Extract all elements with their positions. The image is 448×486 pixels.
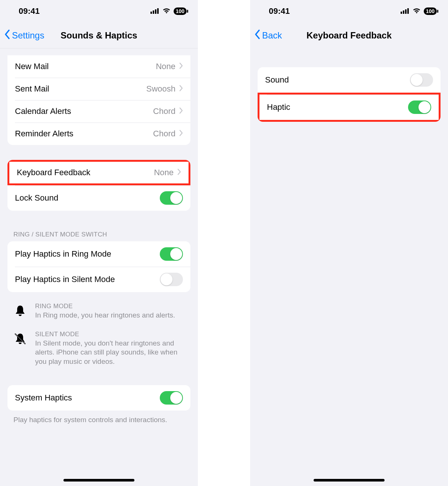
svg-rect-1: [153, 10, 154, 14]
svg-rect-3: [157, 8, 159, 14]
bell-slash-icon: [13, 331, 28, 347]
row-haptics-ring: Play Haptics in Ring Mode: [7, 241, 190, 267]
toggle-lock-sound[interactable]: [160, 191, 183, 205]
back-label: Settings: [12, 30, 44, 41]
row-value: Swoosh: [146, 84, 175, 94]
chevron-right-icon: [177, 168, 181, 177]
svg-rect-8: [405, 9, 407, 14]
svg-rect-6: [401, 12, 402, 14]
signal-icon: [150, 6, 159, 16]
wifi-icon: [413, 6, 421, 16]
wifi-icon: [162, 6, 171, 16]
row-sent-mail[interactable]: Sent Mail Swoosh: [7, 78, 190, 100]
svg-rect-0: [150, 12, 152, 14]
info-title: RING MODE: [35, 303, 184, 310]
row-system-haptics: System Haptics: [7, 385, 190, 411]
back-label: Back: [262, 30, 282, 41]
row-label: Lock Sound: [15, 193, 160, 203]
info-desc: In Ring mode, you hear ringtones and ale…: [35, 311, 184, 320]
toggle-system-haptics[interactable]: [160, 391, 183, 405]
row-label: Reminder Alerts: [15, 129, 153, 139]
info-title: SILENT MODE: [35, 331, 184, 338]
row-label: System Haptics: [15, 393, 160, 403]
settings-group-keyboard: Keyboard Feedback None Lock Sound: [7, 160, 190, 211]
bell-icon: [13, 303, 28, 319]
info-ring-mode: RING MODE In Ring mode, you hear rington…: [0, 299, 198, 320]
battery-icon: 100: [424, 7, 437, 15]
row-value: None: [156, 62, 175, 71]
group-header-ring-silent: RING / SILENT MODE SWITCH: [0, 226, 198, 241]
chevron-left-icon: [4, 29, 10, 42]
svg-rect-9: [407, 8, 409, 14]
row-calendar-alerts[interactable]: Calendar Alerts Chord: [7, 100, 190, 123]
row-label: New Mail: [15, 62, 156, 71]
chevron-left-icon: [254, 29, 261, 42]
settings-group-system-haptics: System Haptics: [7, 385, 190, 411]
svg-rect-7: [403, 10, 404, 14]
svg-rect-2: [155, 9, 156, 14]
toggle-kb-haptic[interactable]: [408, 100, 431, 114]
signal-icon: [401, 6, 410, 16]
row-reminder-alerts[interactable]: Reminder Alerts Chord: [7, 123, 190, 145]
row-new-mail[interactable]: New Mail None: [7, 55, 190, 78]
toggle-haptics-ring[interactable]: [160, 247, 183, 261]
status-time: 09:41: [269, 6, 290, 16]
row-value: None: [154, 168, 174, 177]
row-label: Haptic: [267, 102, 408, 112]
status-bar: 09:41 100: [250, 0, 448, 22]
row-haptic: Haptic: [258, 93, 441, 122]
info-desc: In Silent mode, you don't hear ringtones…: [35, 339, 184, 366]
row-keyboard-feedback[interactable]: Keyboard Feedback None: [7, 160, 190, 185]
row-label: Sent Mail: [15, 84, 146, 94]
toggle-haptics-silent[interactable]: [160, 273, 183, 286]
back-button[interactable]: Settings: [0, 29, 44, 42]
chevron-right-icon: [179, 107, 183, 115]
nav-bar: Settings Sounds & Haptics: [0, 22, 198, 49]
home-indicator[interactable]: [63, 479, 134, 482]
nav-bar: Back Keyboard Feedback: [250, 22, 448, 49]
row-value: Chord: [153, 129, 175, 139]
group-footer-system-haptics: Play haptics for system controls and int…: [0, 411, 198, 425]
back-button[interactable]: Back: [250, 29, 282, 42]
chevron-right-icon: [179, 85, 183, 93]
settings-group-ring-silent: Play Haptics in Ring Mode Play Haptics i…: [7, 241, 190, 292]
row-label: Sound: [265, 75, 410, 85]
row-label: Keyboard Feedback: [17, 168, 154, 177]
row-value: Chord: [153, 106, 175, 116]
settings-group-sounds: New Mail None Sent Mail Swoosh Calendar …: [7, 55, 190, 145]
status-bar: 09:41 100: [0, 0, 198, 22]
home-indicator[interactable]: [314, 479, 385, 482]
row-label: Calendar Alerts: [15, 106, 153, 116]
chevron-right-icon: [179, 130, 183, 138]
row-label: Play Haptics in Ring Mode: [15, 249, 160, 259]
info-silent-mode: SILENT MODE In Silent mode, you don't he…: [0, 327, 198, 366]
status-time: 09:41: [19, 6, 40, 16]
toggle-kb-sound[interactable]: [410, 73, 433, 87]
row-haptics-silent: Play Haptics in Silent Mode: [7, 267, 190, 292]
battery-icon: 100: [174, 7, 187, 15]
row-label: Play Haptics in Silent Mode: [15, 275, 160, 284]
row-sound: Sound: [258, 67, 441, 93]
row-lock-sound: Lock Sound: [7, 185, 190, 211]
settings-group-keyboard-feedback: Sound Haptic: [258, 67, 441, 122]
chevron-right-icon: [179, 62, 183, 71]
